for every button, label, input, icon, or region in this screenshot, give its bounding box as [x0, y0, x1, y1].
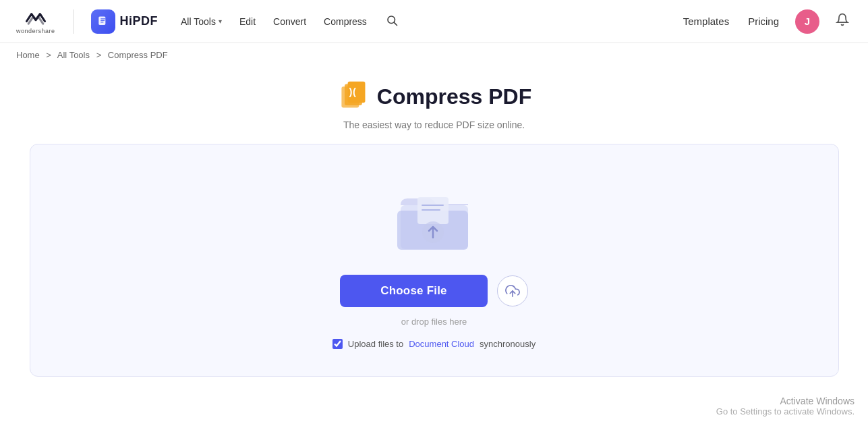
upload-label-suffix: synchronously: [480, 339, 536, 349]
svg-line-2: [394, 22, 397, 25]
breadcrumb-sep2: >: [96, 50, 102, 60]
folder-illustration: [394, 185, 475, 256]
nav-templates[interactable]: Templates: [681, 10, 732, 32]
breadcrumb: Home > All Tools > Compress PDF: [0, 43, 868, 67]
nav-edit[interactable]: Edit: [233, 11, 262, 32]
breadcrumb-current: Compress PDF: [108, 50, 168, 60]
nav-all-tools[interactable]: All Tools ▾: [174, 11, 229, 32]
breadcrumb-home[interactable]: Home: [16, 50, 40, 60]
wondershare-logo[interactable]: wondershare: [16, 9, 55, 34]
header-divider: [73, 9, 74, 34]
windows-watermark: Activate Windows Go to Settings to activ…: [716, 396, 855, 416]
wondershare-icon: [24, 9, 48, 28]
all-tools-chevron-icon: ▾: [219, 18, 222, 25]
choose-file-row: Choose File: [340, 275, 528, 307]
page-title: Compress PDF: [377, 84, 531, 109]
windows-watermark-line1: Activate Windows: [716, 396, 855, 406]
upload-cloud-button[interactable]: [497, 275, 528, 306]
compress-label: Compress: [324, 16, 367, 27]
cloud-upload-icon: [505, 284, 520, 298]
logo-area: wondershare HiPDF: [16, 9, 158, 34]
svg-text:): ): [349, 86, 352, 97]
search-icon: [386, 14, 398, 26]
main-content: ) ( Compress PDF The easiest way to redu…: [0, 67, 868, 377]
hipdf-name: HiPDF: [120, 14, 158, 28]
header: wondershare HiPDF All Tools ▾ Edit Conve…: [0, 0, 868, 43]
bell-button[interactable]: [833, 10, 852, 32]
page-title-area: ) ( Compress PDF: [337, 80, 531, 113]
upload-checkbox[interactable]: [332, 339, 343, 349]
breadcrumb-sep1: >: [46, 50, 51, 60]
page-subtitle: The easiest way to reduce PDF size onlin…: [343, 119, 525, 130]
hipdf-badge[interactable]: HiPDF: [91, 9, 158, 34]
nav-convert[interactable]: Convert: [266, 11, 313, 32]
nav-compress[interactable]: Compress: [317, 11, 374, 32]
search-button[interactable]: [382, 10, 402, 33]
drop-text: or drop files here: [401, 317, 467, 327]
upload-container: Choose File or drop files here Upload fi…: [30, 144, 839, 377]
bell-icon: [836, 13, 849, 26]
main-nav: All Tools ▾ Edit Convert Compress: [174, 10, 402, 33]
upload-label-prefix: Upload files to: [348, 339, 403, 349]
nav-pricing[interactable]: Pricing: [745, 10, 782, 32]
upload-checkbox-row: Upload files to Document Cloud synchrono…: [332, 339, 536, 349]
all-tools-label: All Tools: [181, 16, 216, 27]
windows-watermark-line2: Go to Settings to activate Windows.: [716, 406, 855, 416]
document-cloud-link[interactable]: Document Cloud: [409, 339, 474, 349]
hipdf-icon-box: [91, 9, 115, 34]
edit-label: Edit: [239, 16, 256, 27]
convert-label: Convert: [273, 16, 306, 27]
compress-pdf-icon: ) (: [337, 80, 369, 113]
breadcrumb-all-tools[interactable]: All Tools: [57, 50, 90, 60]
wondershare-label: wondershare: [16, 28, 55, 34]
choose-file-button[interactable]: Choose File: [340, 275, 488, 307]
header-right: Templates Pricing J: [681, 9, 852, 34]
compress-icon-svg: ) (: [337, 80, 369, 113]
svg-text:(: (: [353, 86, 356, 97]
hipdf-icon: [96, 15, 110, 28]
user-avatar[interactable]: J: [795, 9, 819, 34]
